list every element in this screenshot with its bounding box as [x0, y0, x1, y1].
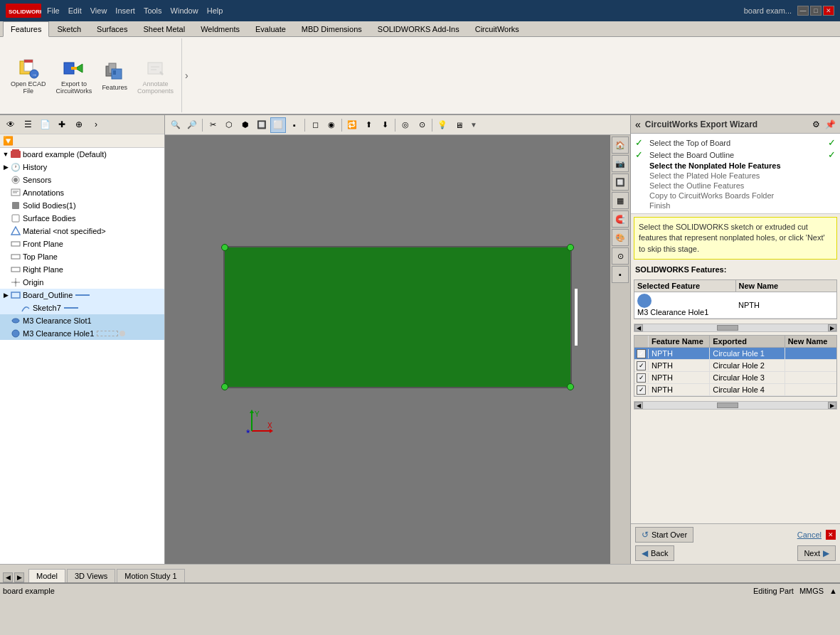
tab-surfaces[interactable]: Surfaces	[89, 21, 135, 36]
tab-features[interactable]: Features	[3, 21, 49, 37]
lt-check-1[interactable]: ✓	[634, 361, 649, 370]
rp-gear-icon[interactable]: ⚙	[810, 119, 822, 130]
lt-row-0[interactable]: ✓ NPTH Circular Hole 1	[634, 348, 836, 360]
lt-hscroll[interactable]: ◀ ▶	[634, 401, 837, 410]
cb-0[interactable]: ✓	[637, 349, 646, 358]
tree-item-front-plane[interactable]: ▶ Front Plane	[0, 238, 164, 250]
tab-prev[interactable]: ◀	[3, 572, 13, 582]
lt-hscroll-left[interactable]: ◀	[634, 402, 643, 409]
tree-item-sensors[interactable]: ▶ Sensors	[0, 174, 164, 186]
menu-view[interactable]: View	[90, 6, 107, 15]
lt-check-2[interactable]: ✓	[634, 373, 649, 383]
cb-2[interactable]: ✓	[637, 373, 646, 383]
menu-help[interactable]: Help	[207, 6, 223, 15]
units-arrow[interactable]: ▲	[829, 587, 837, 595]
tree-root-arrow[interactable]: ▼	[1, 150, 10, 159]
vp-dropdown[interactable]: ▼	[470, 121, 477, 129]
menu-file[interactable]: File	[47, 6, 60, 15]
vp-side-color[interactable]: 🎨	[612, 229, 629, 246]
tree-item-m3-slot1[interactable]: ▶ M3 Clearance Slot1	[0, 314, 164, 327]
maximize-button[interactable]: □	[810, 6, 822, 16]
vp-up-btn[interactable]: ⬆	[361, 117, 376, 133]
cancel-link[interactable]: Cancel	[797, 530, 822, 539]
vp-side-circle[interactable]: ⊙	[612, 247, 629, 265]
vp-rotate-btn[interactable]: 🔁	[344, 117, 360, 133]
tree-item-right-plane[interactable]: ▶ Right Plane	[0, 263, 164, 276]
next-button[interactable]: Next ▶	[797, 545, 836, 561]
tree-item-surface-bodies[interactable]: ▶ Surface Bodies	[0, 212, 164, 225]
vp-circle1-btn[interactable]: ◻	[307, 117, 323, 133]
step-finish[interactable]: Finish	[635, 201, 836, 210]
menu-insert[interactable]: Insert	[115, 6, 135, 15]
vp-side-view1[interactable]: 📷	[612, 155, 629, 172]
menu-edit[interactable]: Edit	[68, 6, 82, 15]
lt-hscroll-thumb[interactable]	[717, 402, 738, 408]
ribbon-expand[interactable]: ›	[182, 38, 191, 112]
board-outline-arrow[interactable]: ▶	[1, 291, 10, 299]
vp-rect2-btn[interactable]: ⬜	[270, 117, 286, 133]
rp-pin-icon[interactable]: 📌	[824, 119, 836, 130]
open-ecad-button[interactable]: → Open ECADFile	[7, 55, 50, 97]
tab-motion-study[interactable]: Motion Study 1	[117, 569, 184, 582]
step-board-outline[interactable]: ✓ Select the Board Outline ✓	[635, 149, 836, 161]
lp-btn-doc[interactable]: 📄	[37, 117, 53, 132]
vp-hex2-btn[interactable]: ⬢	[238, 117, 253, 133]
menu-window[interactable]: Window	[171, 6, 198, 15]
tab-evaluate[interactable]: Evaluate	[248, 21, 294, 36]
minimize-button[interactable]: —	[797, 6, 809, 16]
hscroll-thumb[interactable]	[717, 325, 738, 331]
tree-item-board-outline[interactable]: ▶ Board_Outline	[0, 289, 164, 302]
cb-3[interactable]: ✓	[637, 385, 646, 395]
tab-model[interactable]: Model	[28, 569, 65, 582]
cancel-x-icon[interactable]: ✕	[826, 530, 836, 540]
menu-tools[interactable]: Tools	[144, 6, 162, 15]
vp-zoom2-btn[interactable]: 🔎	[184, 117, 200, 133]
lt-hscroll-right[interactable]: ▶	[828, 402, 836, 409]
lt-row-1[interactable]: ✓ NPTH Circular Hole 2	[634, 360, 836, 372]
hscroll-right[interactable]: ▶	[828, 324, 836, 331]
vp-cut-btn[interactable]: ✂	[205, 117, 220, 133]
lt-row-2[interactable]: ✓ NPTH Circular Hole 3	[634, 372, 836, 384]
step-nonplated[interactable]: Select the Nonplated Hole Features	[635, 161, 836, 171]
lt-check-0[interactable]: ✓	[634, 349, 649, 358]
vp-side-magnet[interactable]: 🧲	[612, 210, 629, 228]
rp-collapse-icon[interactable]: «	[635, 119, 641, 130]
back-button[interactable]: ◀ Back	[635, 545, 674, 561]
step-top-board[interactable]: ✓ Select the Top of Board ✓	[635, 137, 836, 149]
tree-item-origin[interactable]: ▶ Origin	[0, 276, 164, 289]
sf-row-0[interactable]: M3 Clearance Hole1 NPTH	[634, 292, 836, 319]
tree-root[interactable]: ▼ board example (Default)	[0, 148, 164, 161]
sf-hscroll[interactable]: ◀ ▶	[634, 324, 837, 332]
vp-side-view2[interactable]: 🔲	[612, 174, 629, 191]
lp-btn-arrow[interactable]: ›	[88, 117, 104, 132]
lp-btn-list[interactable]: ☰	[20, 117, 36, 132]
tree-item-m3-hole1[interactable]: ▶ M3 Clearance Hole1	[0, 327, 164, 340]
tab-3d-views[interactable]: 3D Views	[67, 569, 115, 582]
cb-1[interactable]: ✓	[637, 361, 646, 370]
lt-check-3[interactable]: ✓	[634, 385, 649, 395]
vp-circle2-btn[interactable]: ◉	[324, 117, 339, 133]
vp-zoom-btn[interactable]: 🔍	[168, 117, 184, 133]
vp-side-view3[interactable]: ▦	[612, 192, 629, 209]
vp-target-btn[interactable]: ◎	[398, 117, 413, 133]
tab-circuitworks[interactable]: CircuitWorks	[467, 21, 527, 36]
vp-light-btn[interactable]: 💡	[435, 117, 450, 133]
vp-hex1-btn[interactable]: ⬡	[221, 117, 237, 133]
vp-side-box[interactable]: ▪	[612, 266, 629, 283]
vp-down-btn[interactable]: ⬇	[377, 117, 393, 133]
step-outline[interactable]: Select the Outline Features	[635, 181, 836, 191]
component-library-button[interactable]: Features	[98, 58, 131, 93]
tab-solidworks-addins[interactable]: SOLIDWORKS Add-Ins	[370, 21, 467, 36]
tree-item-solid-bodies[interactable]: ▶ Solid Bodies(1)	[0, 199, 164, 212]
tree-item-material[interactable]: ▶ Material <not specified>	[0, 225, 164, 238]
tree-item-annotations[interactable]: ▶ Annotations	[0, 186, 164, 199]
export-circuitworks-button[interactable]: Export toCircuitWorks	[53, 55, 96, 97]
vp-monitor-btn[interactable]: 🖥	[451, 117, 467, 133]
close-button[interactable]: ✕	[823, 6, 834, 16]
vp-rect1-btn[interactable]: 🔲	[254, 117, 270, 133]
lt-row-3[interactable]: ✓ NPTH Circular Hole 4	[634, 384, 836, 396]
hscroll-left[interactable]: ◀	[634, 324, 643, 331]
vp-side-home[interactable]: 🏠	[612, 137, 629, 154]
tab-sketch[interactable]: Sketch	[49, 21, 89, 36]
lp-btn-plus[interactable]: ✚	[54, 117, 70, 132]
